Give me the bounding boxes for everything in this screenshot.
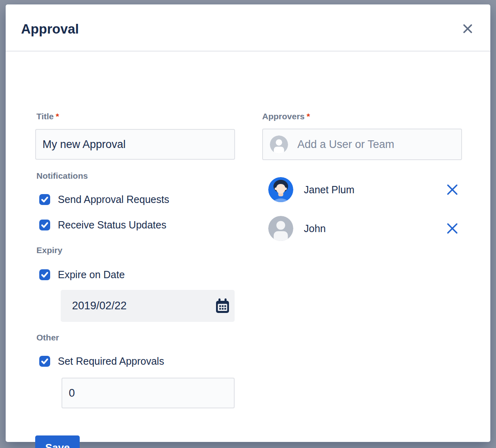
remove-approver-button[interactable] (446, 222, 458, 235)
woman-avatar (268, 177, 293, 202)
person-avatar-icon (270, 135, 288, 154)
required-asterisk: * (307, 112, 310, 121)
send-approval-requests-row: Send Approval Requests (39, 194, 169, 205)
approver-picker (262, 129, 462, 160)
title-field-label: Title* (36, 112, 59, 121)
remove-x-icon (446, 184, 458, 196)
approvers-label-text: Approvers (262, 112, 305, 121)
title-label-text: Title (36, 112, 54, 121)
close-icon (462, 23, 473, 34)
checkmark-icon (39, 194, 50, 205)
add-approver-input[interactable] (297, 138, 461, 151)
receive-status-updates-row: Receive Status Updates (39, 219, 166, 230)
expire-on-date-label: Expire on Date (58, 269, 125, 281)
send-approval-requests-label: Send Approval Requests (58, 194, 169, 205)
approver-name: John (304, 223, 446, 235)
other-heading: Other (36, 333, 59, 342)
close-button[interactable] (460, 21, 475, 36)
expire-on-date-checkbox[interactable] (39, 269, 50, 280)
person-avatar (268, 216, 293, 241)
send-approval-requests-checkbox[interactable] (39, 194, 50, 205)
expiry-date-field[interactable]: 2019/02/22 (61, 290, 235, 322)
approvers-field-label: Approvers* (262, 112, 310, 121)
set-required-approvals-checkbox[interactable] (39, 356, 50, 367)
checkmark-icon (39, 220, 50, 230)
save-button[interactable]: Save (35, 435, 80, 448)
title-input[interactable] (35, 129, 235, 160)
dialog-header: Approval (6, 4, 490, 52)
expiry-heading: Expiry (36, 245, 62, 255)
required-approvals-input[interactable] (61, 378, 235, 408)
approver-row-john: John (268, 216, 462, 241)
set-required-approvals-row: Set Required Approvals (39, 355, 164, 367)
approval-dialog: Approval Title* Notifications Send Appro… (6, 4, 490, 442)
set-required-approvals-label: Set Required Approvals (58, 355, 164, 367)
dialog-title: Approval (21, 21, 79, 37)
checkmark-icon (39, 356, 50, 367)
required-asterisk: * (56, 112, 59, 121)
receive-status-updates-checkbox[interactable] (39, 220, 50, 230)
approver-name: Janet Plum (304, 184, 446, 196)
expire-on-date-row: Expire on Date (39, 269, 125, 280)
expiry-date-value: 2019/02/22 (72, 300, 215, 312)
remove-approver-button[interactable] (446, 184, 458, 196)
calendar-icon (215, 298, 230, 314)
checkmark-icon (39, 269, 50, 280)
notifications-heading: Notifications (36, 171, 88, 181)
approver-row-janet: Janet Plum (268, 177, 462, 202)
calendar-button[interactable] (215, 298, 230, 314)
receive-status-updates-label: Receive Status Updates (58, 219, 166, 231)
remove-x-icon (446, 222, 458, 235)
